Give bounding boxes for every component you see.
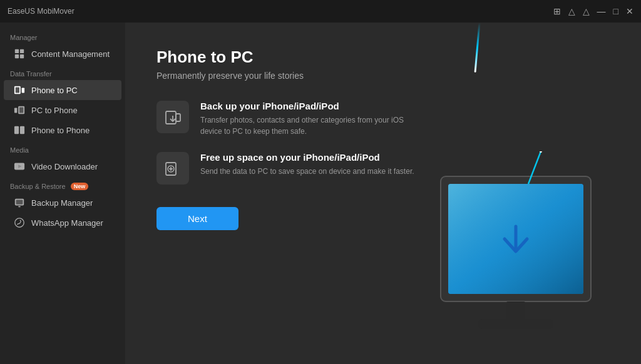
sidebar-item-phone-to-phone[interactable]: Phone to Phone — [4, 120, 121, 140]
sidebar-item-backup-manager[interactable]: Backup Manager — [4, 193, 121, 213]
svg-rect-2 — [15, 54, 19, 58]
backup-feature-text: Back up your iPhone/iPad/iPod Transfer p… — [200, 101, 419, 137]
backup-manager-icon — [14, 197, 25, 208]
freespace-feature-desc: Send the data to PC to save space on dev… — [200, 166, 414, 177]
sidebar-item-label: Phone to PC — [31, 86, 78, 95]
svg-rect-16 — [18, 206, 21, 207]
sidebar-item-video-downloader[interactable]: Video Downloader — [4, 156, 121, 176]
sidebar-item-label: Content Management — [31, 49, 110, 59]
svg-rect-32 — [478, 319, 553, 329]
sidebar-item-label: Backup Manager — [31, 198, 93, 208]
feature-freespace: Free up space on your iPhone/iPad/iPod S… — [156, 152, 419, 185]
minimize-icon[interactable]: — — [597, 7, 606, 16]
sidebar-item-label: Phone to Phone — [31, 126, 90, 135]
video-downloader-icon — [14, 161, 25, 172]
pc-to-phone-icon — [14, 104, 25, 116]
backup-feature-title: Back up your iPhone/iPad/iPod — [200, 101, 419, 111]
feature-backup: Back up your iPhone/iPad/iPod Transfer p… — [156, 101, 419, 137]
sidebar-section-media: Media — [0, 140, 125, 156]
svg-rect-31 — [506, 301, 525, 320]
svg-rect-3 — [20, 54, 24, 58]
svg-rect-9 — [19, 108, 23, 113]
sidebar-item-content-management[interactable]: Content Management — [4, 44, 121, 64]
backup-feature-icon-box — [156, 101, 189, 133]
svg-rect-1 — [20, 49, 24, 53]
sidebar-section-data-transfer: Data Transfer — [0, 64, 125, 80]
svg-rect-7 — [14, 108, 18, 113]
window-controls: ⊞ △ △ — □ ✕ — [553, 7, 633, 16]
svg-rect-10 — [14, 126, 19, 134]
backup-feature-desc: Transfer photos, contacts and other cate… — [200, 114, 419, 137]
person-icon[interactable]: △ — [568, 7, 575, 16]
next-button[interactable]: Next — [156, 207, 238, 230]
sidebar-item-label: WhatsApp Manager — [31, 218, 103, 228]
sidebar-item-phone-to-pc[interactable]: Phone to PC — [4, 80, 121, 100]
sidebar: Manager Content Management Data Transfer… — [0, 23, 125, 364]
main-panel: Phone to PC Permanently preserve your li… — [125, 23, 641, 364]
maximize-icon[interactable]: □ — [613, 7, 618, 16]
svg-rect-0 — [15, 49, 19, 53]
sidebar-item-label: Video Downloader — [31, 162, 98, 171]
titlebar: EaseUS MobiMover ⊞ △ △ — □ ✕ — [0, 0, 641, 23]
svg-rect-11 — [20, 126, 24, 134]
grid-icon[interactable]: ⊞ — [553, 7, 561, 16]
gift-icon[interactable]: △ — [583, 7, 590, 16]
sidebar-item-label: PC to Phone — [31, 106, 78, 115]
sidebar-section-manager: Manager — [0, 28, 125, 44]
sidebar-item-pc-to-phone[interactable]: PC to Phone — [4, 100, 121, 120]
svg-point-17 — [15, 218, 24, 227]
sidebar-item-whatsapp-manager[interactable]: WhatsApp Manager — [4, 213, 121, 233]
feature-list: Back up your iPhone/iPad/iPod Transfer p… — [156, 101, 419, 185]
freespace-feature-icon-box — [156, 152, 189, 185]
phone-to-phone-icon — [14, 124, 25, 136]
freespace-feature-title: Free up space on your iPhone/iPad/iPod — [200, 152, 414, 163]
freespace-feature-text: Free up space on your iPhone/iPad/iPod S… — [200, 152, 414, 177]
app-body: Manager Content Management Data Transfer… — [0, 23, 641, 364]
pc-illustration — [403, 151, 628, 364]
svg-rect-15 — [16, 200, 23, 205]
svg-rect-6 — [22, 88, 25, 93]
app-title: EaseUS MobiMover — [8, 7, 74, 16]
page-subtitle: Permanently preserve your life stories — [156, 71, 610, 81]
sidebar-section-backup: Backup & Restore New — [0, 176, 125, 193]
svg-rect-21 — [176, 114, 180, 121]
page-title: Phone to PC — [156, 48, 610, 67]
phone-to-pc-icon — [14, 84, 25, 96]
close-icon[interactable]: ✕ — [626, 7, 633, 16]
svg-rect-5 — [16, 88, 19, 93]
new-badge: New — [71, 183, 89, 190]
content-management-icon — [14, 48, 25, 59]
whatsapp-icon — [14, 217, 25, 228]
